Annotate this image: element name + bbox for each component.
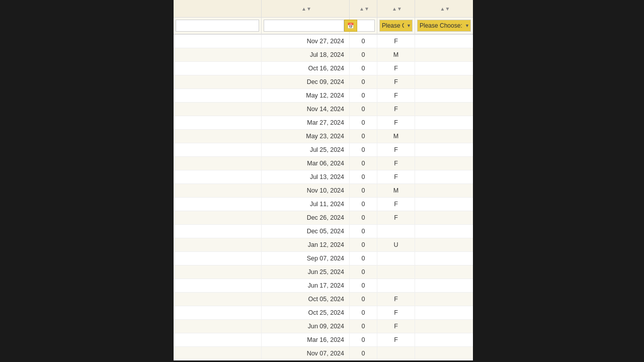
birthdate-cell: Mar 16, 2024 — [262, 333, 350, 346]
table-row: Mar 27, 2024 0 F — [174, 116, 473, 130]
table-row: Mar 06, 2024 0 F — [174, 157, 473, 170]
header-birthdate[interactable]: ▲▼ — [262, 0, 350, 17]
gender-cell — [377, 347, 415, 360]
birthdate-cell: Jul 13, 2024 — [262, 170, 350, 184]
table-row: Nov 10, 2024 0 M — [174, 184, 473, 198]
age-cell: 0 — [350, 198, 377, 211]
email-cell — [174, 238, 262, 251]
party-cell — [415, 225, 473, 238]
table-body: Nov 27, 2024 0 F Jul 18, 2024 0 M Oct 16… — [174, 35, 473, 360]
age-cell: 0 — [350, 75, 377, 88]
email-filter-cell — [174, 18, 262, 34]
party-filter-select[interactable]: Please Choose: — [417, 20, 471, 32]
email-cell — [174, 333, 262, 346]
table-row: Dec 09, 2024 0 F — [174, 75, 473, 89]
email-cell — [174, 157, 262, 170]
age-cell: 0 — [350, 157, 377, 170]
gender-cell: F — [377, 320, 415, 333]
header-party[interactable]: ▲▼ — [415, 0, 473, 17]
age-cell: 0 — [350, 252, 377, 265]
gender-select-wrapper: Please Ch M F U — [379, 20, 413, 32]
age-cell: 0 — [350, 130, 377, 143]
party-cell — [415, 75, 473, 88]
birthdate-cell: Mar 06, 2024 — [262, 157, 350, 170]
table-row: Nov 27, 2024 0 F — [174, 35, 473, 48]
table-header: ▲▼ ▲▼ ▲▼ ▲▼ — [174, 0, 473, 18]
age-cell: 0 — [350, 143, 377, 156]
email-filter-input[interactable] — [176, 20, 259, 32]
birthdate-filter-input[interactable] — [264, 20, 344, 32]
party-cell — [415, 320, 473, 333]
gender-cell: F — [377, 157, 415, 170]
table-row: Jun 09, 2024 0 F — [174, 320, 473, 333]
gender-cell: F — [377, 293, 415, 306]
gender-cell: F — [377, 143, 415, 156]
birthdate-cell: Jan 12, 2024 — [262, 238, 350, 251]
gender-cell: F — [377, 198, 415, 211]
party-cell — [415, 89, 473, 102]
age-sort-icon: ▲▼ — [359, 6, 369, 12]
gender-cell: M — [377, 184, 415, 197]
birthdate-cell: Jul 25, 2024 — [262, 143, 350, 156]
email-cell — [174, 103, 262, 116]
table-row: Jul 11, 2024 0 F — [174, 198, 473, 211]
birthdate-cell: May 12, 2024 — [262, 89, 350, 102]
email-cell — [174, 293, 262, 306]
gender-cell: U — [377, 238, 415, 251]
table-row: Jun 17, 2024 0 — [174, 279, 473, 293]
gender-cell: F — [377, 211, 415, 224]
birthdate-cell: Mar 27, 2024 — [262, 116, 350, 129]
gender-cell: F — [377, 306, 415, 319]
table-row: Jul 18, 2024 0 M — [174, 48, 473, 62]
birthdate-cell: Jun 25, 2024 — [262, 265, 350, 279]
birthdate-cell: Nov 27, 2024 — [262, 35, 350, 48]
date-filter-calendar-button[interactable]: 📅 — [344, 20, 357, 32]
age-cell: 0 — [350, 48, 377, 61]
gender-cell: M — [377, 130, 415, 143]
party-cell — [415, 143, 473, 156]
party-cell — [415, 252, 473, 265]
gender-cell: F — [377, 103, 415, 116]
table-row: Jul 13, 2024 0 F — [174, 170, 473, 184]
table-row: Jun 25, 2024 0 — [174, 265, 473, 279]
birthdate-cell: Nov 10, 2024 — [262, 184, 350, 197]
age-cell: 0 — [350, 103, 377, 116]
email-cell — [174, 347, 262, 360]
party-cell — [415, 170, 473, 184]
age-cell: 0 — [350, 35, 377, 48]
party-cell — [415, 62, 473, 75]
birthdate-cell: Jul 18, 2024 — [262, 48, 350, 61]
table-row: Jul 25, 2024 0 F — [174, 143, 473, 157]
email-cell — [174, 89, 262, 102]
header-gender[interactable]: ▲▼ — [377, 0, 415, 17]
email-cell — [174, 225, 262, 238]
birthdate-cell: Nov 07, 2024 — [262, 347, 350, 360]
gender-cell: F — [377, 35, 415, 48]
party-cell — [415, 211, 473, 224]
party-cell — [415, 116, 473, 129]
table-row: May 23, 2024 0 M — [174, 130, 473, 143]
birthdate-cell: Jun 09, 2024 — [262, 320, 350, 333]
age-cell: 0 — [350, 306, 377, 319]
birthdate-cell: May 23, 2024 — [262, 130, 350, 143]
party-cell — [415, 293, 473, 306]
table-row: Dec 05, 2024 0 — [174, 225, 473, 238]
party-filter-cell: Please Choose: — [415, 18, 473, 34]
gender-filter-select[interactable]: Please Ch M F U — [379, 20, 413, 32]
header-age[interactable]: ▲▼ — [350, 0, 377, 17]
party-cell — [415, 130, 473, 143]
gender-cell: F — [377, 62, 415, 75]
table-row: Nov 07, 2024 0 — [174, 347, 473, 360]
party-cell — [415, 157, 473, 170]
age-cell: 0 — [350, 184, 377, 197]
table-row: Oct 25, 2024 0 F — [174, 306, 473, 320]
email-cell — [174, 143, 262, 156]
gender-cell: M — [377, 48, 415, 61]
data-table: ▲▼ ▲▼ ▲▼ ▲▼ 📅 — [174, 0, 473, 360]
age-cell: 0 — [350, 62, 377, 75]
email-cell — [174, 198, 262, 211]
email-cell — [174, 116, 262, 129]
email-cell — [174, 252, 262, 265]
party-cell — [415, 265, 473, 279]
gender-cell: F — [377, 116, 415, 129]
